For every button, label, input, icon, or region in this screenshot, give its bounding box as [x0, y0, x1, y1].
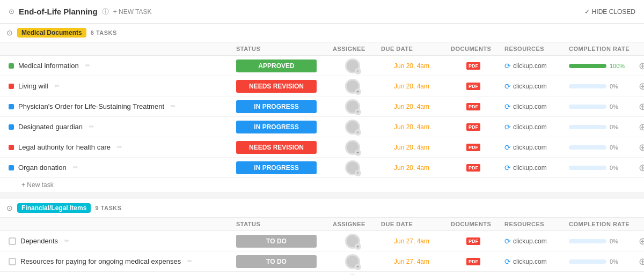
- resource-link[interactable]: clickup.com: [513, 103, 547, 110]
- task-name: Legal authority for health care: [18, 143, 111, 151]
- avatar-plus-icon[interactable]: +: [355, 129, 361, 136]
- edit-icon[interactable]: ✏: [171, 103, 175, 110]
- avatar-plus-icon[interactable]: +: [355, 243, 361, 250]
- group-medical-count: 6 TASKS: [91, 29, 117, 36]
- progress-bar-bg: [569, 64, 606, 68]
- assignee-avatar[interactable]: +: [345, 254, 360, 269]
- pdf-icon[interactable]: PDF: [466, 103, 480, 110]
- status-cell: NEEDS REVISION: [232, 78, 328, 95]
- status-badge[interactable]: TO DO: [236, 235, 317, 248]
- resource-link[interactable]: clickup.com: [513, 164, 547, 172]
- group-medical-badge[interactable]: Medical Documents: [17, 28, 86, 38]
- pdf-icon[interactable]: PDF: [466, 123, 480, 131]
- pdf-icon[interactable]: PDF: [466, 237, 480, 245]
- edit-icon[interactable]: ✏: [89, 123, 94, 130]
- status-badge[interactable]: TO DO: [236, 255, 317, 268]
- medical-new-task[interactable]: + New task: [0, 178, 644, 192]
- completion-pct: 0%: [610, 238, 618, 244]
- task-checkbox[interactable]: [9, 237, 16, 245]
- due-date-cell: Jun 20, 4am: [377, 121, 447, 133]
- status-badge[interactable]: IN PROGRESS: [236, 161, 317, 174]
- assignee-avatar[interactable]: +: [345, 160, 360, 175]
- status-badge[interactable]: NEEDS REVISION: [236, 141, 317, 154]
- col-headers-medical: STATUS ASSIGNEE DUE DATE DOCUMENTS RESOU…: [0, 42, 644, 56]
- avatar-plus-icon[interactable]: +: [355, 150, 361, 156]
- task-name: Organ donation: [18, 163, 67, 172]
- resource-link[interactable]: clickup.com: [513, 123, 547, 131]
- status-badge[interactable]: IN PROGRESS: [236, 100, 317, 113]
- documents-cell: PDF: [447, 237, 500, 245]
- completion-pct: 0%: [610, 124, 618, 130]
- edit-icon[interactable]: ✏: [64, 237, 69, 244]
- assignee-avatar[interactable]: +: [345, 120, 360, 135]
- status-badge[interactable]: NEEDS REVISION: [236, 80, 317, 93]
- due-date-cell: Jun 20, 4am: [377, 142, 447, 153]
- due-date-cell: Jun 20, 4am: [377, 101, 447, 113]
- task-row: Living will ✏ NEEDS REVISION + Jun 20, 4…: [0, 76, 644, 96]
- edit-icon[interactable]: ✏: [117, 144, 122, 151]
- add-col-button[interactable]: ⊕: [639, 162, 645, 174]
- group-financial-badge[interactable]: Financial/Legal Items: [17, 203, 91, 213]
- progress-bar-bg: [569, 259, 606, 264]
- resource-link[interactable]: clickup.com: [513, 258, 547, 265]
- add-col-cell: ⊕: [634, 101, 644, 113]
- task-name: Designated guardian: [18, 123, 83, 131]
- assignee-avatar[interactable]: +: [345, 58, 360, 73]
- edit-icon[interactable]: ✏: [187, 258, 192, 265]
- add-col-button[interactable]: ⊕: [639, 101, 645, 113]
- new-task-button[interactable]: + NEW TASK: [113, 8, 152, 16]
- status-badge[interactable]: IN PROGRESS: [236, 121, 317, 133]
- progress-bar-bg: [569, 84, 606, 88]
- add-col-cell: ⊕: [634, 235, 644, 247]
- completion-cell: 0%: [565, 122, 634, 132]
- task-color-dot: [9, 145, 14, 150]
- medical-tasks-container: Medical information ✏ APPROVED + Jun 20,…: [0, 56, 644, 178]
- avatar-plus-icon[interactable]: +: [355, 264, 361, 270]
- add-col-button[interactable]: ⊕: [639, 80, 645, 92]
- status-cell: IN PROGRESS: [232, 118, 328, 136]
- assignee-avatar[interactable]: +: [345, 99, 360, 114]
- pdf-icon[interactable]: PDF: [466, 144, 480, 151]
- pdf-icon[interactable]: PDF: [466, 258, 480, 265]
- avatar-plus-icon[interactable]: +: [355, 170, 361, 176]
- edit-icon[interactable]: ✏: [85, 62, 90, 69]
- pdf-icon[interactable]: PDF: [466, 62, 480, 70]
- add-col-cell: ⊕: [634, 60, 644, 72]
- completion-cell: 0%: [565, 81, 634, 92]
- task-name: Physician's Order for Life-Sustaining Tr…: [18, 102, 164, 110]
- add-col-button[interactable]: ⊕: [639, 60, 645, 72]
- edit-icon[interactable]: ✏: [73, 164, 78, 171]
- pdf-icon[interactable]: PDF: [466, 164, 480, 172]
- add-col-button[interactable]: ⊕: [639, 121, 645, 133]
- task-checkbox[interactable]: [9, 258, 16, 265]
- add-col-button[interactable]: ⊕: [639, 256, 645, 267]
- avatar-plus-icon[interactable]: +: [355, 88, 361, 95]
- info-icon[interactable]: ⓘ: [102, 7, 109, 17]
- resource-link[interactable]: clickup.com: [513, 144, 547, 151]
- add-col-button[interactable]: ⊕: [639, 142, 645, 153]
- avatar-plus-icon[interactable]: +: [355, 109, 361, 115]
- add-col-cell: ⊕: [634, 121, 644, 133]
- task-row: Last will and testament ✏ TO DO + Jun 27…: [0, 272, 644, 275]
- task-name-cell: Legal authority for health care ✏: [6, 140, 232, 154]
- status-badge[interactable]: APPROVED: [236, 60, 317, 72]
- progress-bar-bg: [569, 105, 606, 109]
- col-assignee: ASSIGNEE: [328, 42, 377, 55]
- hide-closed-button[interactable]: ✓ HIDE CLOSED: [584, 8, 635, 16]
- group-financial-collapse[interactable]: ⊙: [6, 204, 13, 212]
- pdf-icon[interactable]: PDF: [466, 83, 480, 90]
- avatar-plus-icon[interactable]: +: [355, 68, 361, 75]
- group-medical-collapse[interactable]: ⊙: [6, 28, 13, 37]
- collapse-app-icon[interactable]: ⊙: [9, 8, 14, 16]
- resource-link[interactable]: clickup.com: [513, 83, 547, 90]
- completion-cell: 0%: [565, 101, 634, 112]
- resource-link[interactable]: clickup.com: [513, 237, 547, 245]
- assignee-avatar[interactable]: +: [345, 234, 360, 249]
- assignee-avatar[interactable]: +: [345, 79, 360, 94]
- edit-icon[interactable]: ✏: [55, 83, 60, 90]
- add-col-button[interactable]: ⊕: [639, 235, 645, 247]
- task-name: Living will: [18, 82, 48, 90]
- assignee-avatar[interactable]: +: [345, 140, 360, 155]
- documents-cell: PDF: [447, 123, 500, 131]
- resource-link[interactable]: clickup.com: [513, 62, 547, 70]
